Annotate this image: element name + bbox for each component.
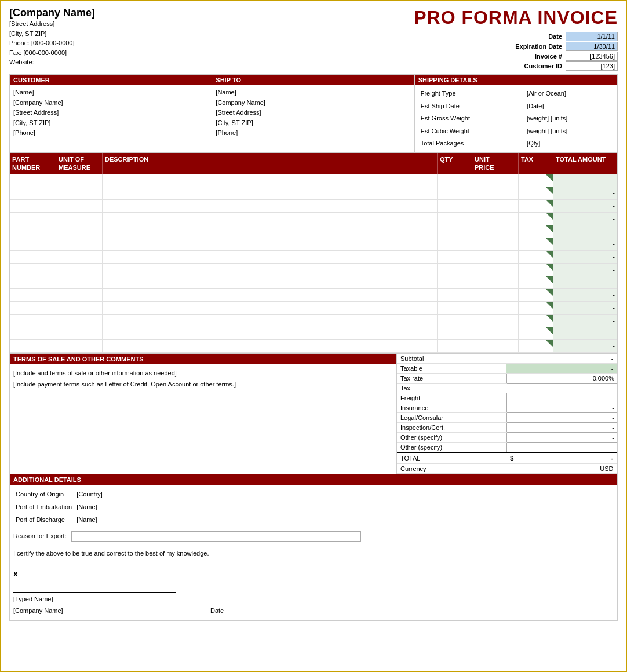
cell-total: -	[553, 264, 617, 276]
date-block: Date	[210, 593, 315, 617]
date-label: Date	[548, 33, 562, 40]
other1-row: Other (specify) -	[397, 432, 617, 442]
tax-triangle-icon	[546, 264, 553, 271]
est-ship-date-row: Est Ship Date [Date]	[418, 100, 614, 113]
totals-table: Subtotal - Taxable - Tax rate 0.000% Tax…	[397, 354, 617, 474]
cell-total: -	[553, 225, 617, 238]
tax-triangle-icon	[546, 340, 553, 347]
cell-part	[10, 251, 56, 263]
legal-consular-row: Legal/Consular -	[397, 412, 617, 422]
freight-type-label: Freight Type	[418, 87, 524, 100]
tax-triangle-icon	[546, 315, 553, 322]
cell-total: -	[553, 340, 617, 352]
cell-uom	[56, 238, 103, 250]
tax-triangle-icon	[546, 289, 553, 296]
cell-desc	[103, 174, 438, 187]
cell-price	[472, 315, 519, 327]
port-of-embarkation-label: Port of Embarkation	[13, 501, 74, 514]
ship-to-col: SHIP TO [Name] [Company Name] [Street Ad…	[212, 75, 414, 152]
cell-part	[10, 213, 56, 225]
customer-col: CUSTOMER [Name] [Company Name] [Street A…	[10, 75, 212, 152]
tax-row: Tax -	[397, 383, 617, 393]
cell-qty	[438, 213, 472, 225]
tax-triangle-icon	[546, 213, 553, 220]
est-cubic-weight-label: Est Cubic Weight	[418, 125, 524, 138]
est-ship-date-value: [Date]	[524, 100, 614, 113]
cell-desc	[103, 264, 438, 276]
cell-total: -	[553, 213, 617, 225]
cell-price	[472, 187, 519, 199]
phone: Phone: [000-000-0000]	[9, 38, 398, 48]
totals-col: Subtotal - Taxable - Tax rate 0.000% Tax…	[397, 354, 617, 474]
table-row: -	[10, 200, 617, 213]
col-qty: QTY	[438, 153, 472, 174]
fax: Fax: [000-000-0000]	[9, 48, 398, 58]
cell-uom	[56, 264, 103, 276]
port-of-embarkation-row: Port of Embarkation [Name]	[13, 501, 105, 514]
cell-qty	[438, 315, 472, 327]
invoice-header-right: PRO FORMA INVOICE Date 1/1/11 Expiration…	[398, 7, 618, 71]
company-name-sig: [Company Name]	[13, 605, 176, 617]
currency-label: Currency	[397, 464, 506, 474]
col-description: DESCRIPTION	[103, 153, 438, 174]
cell-price	[472, 302, 519, 314]
ship-street: [Street Address]	[216, 108, 410, 118]
insurance-label: Insurance	[397, 403, 506, 412]
total-packages-label: Total Packages	[418, 137, 524, 150]
cell-tax	[519, 327, 553, 339]
cell-desc	[103, 327, 438, 339]
total-value: -	[611, 455, 614, 462]
port-of-discharge-value: [Name]	[74, 514, 105, 527]
table-row: -	[10, 213, 617, 225]
customer-street: [Street Address]	[13, 108, 208, 118]
terms-line2: [Include payment terms such as Letter of…	[13, 379, 393, 390]
reason-for-export-input[interactable]	[71, 531, 361, 542]
cell-desc	[103, 225, 438, 238]
items-header: PARTNUMBER UNIT OFMEASURE DESCRIPTION QT…	[10, 153, 617, 174]
table-row: -	[10, 340, 617, 353]
cell-uom	[56, 315, 103, 327]
items-section: PARTNUMBER UNIT OFMEASURE DESCRIPTION QT…	[9, 153, 618, 353]
freight-label: Freight	[397, 393, 506, 403]
cell-qty	[438, 251, 472, 263]
customer-body: [Name] [Company Name] [Street Address] […	[10, 85, 212, 141]
cell-uom	[56, 213, 103, 225]
col-total-amount: TOTAL AMOUNT	[553, 153, 617, 174]
website: Website:	[9, 57, 398, 67]
country-of-origin-row: Country of Origin [Country]	[13, 488, 105, 501]
customer-header: CUSTOMER	[10, 75, 212, 85]
cell-desc	[103, 315, 438, 327]
ship-to-body: [Name] [Company Name] [Street Address] […	[212, 85, 414, 141]
tax-triangle-icon	[546, 302, 553, 309]
cell-tax	[519, 174, 553, 187]
cell-desc	[103, 200, 438, 212]
cell-qty	[438, 238, 472, 250]
total-packages-value: [Qty]	[524, 137, 614, 150]
cell-uom	[56, 276, 103, 288]
date-row: Date 1/1/11	[548, 32, 618, 41]
customer-city: [City, ST ZIP]	[13, 118, 208, 129]
cell-price	[472, 276, 519, 288]
cell-price	[472, 174, 519, 187]
customer-id-value: [123]	[566, 61, 618, 71]
cell-part	[10, 264, 56, 276]
table-row: -	[10, 238, 617, 251]
legal-consular-value: -	[506, 412, 617, 422]
cell-qty	[438, 302, 472, 314]
total-packages-row: Total Packages [Qty]	[418, 137, 614, 150]
legal-consular-label: Legal/Consular	[397, 412, 506, 422]
cell-desc	[103, 251, 438, 263]
typed-name: [Typed Name]	[13, 594, 176, 605]
cell-tax	[519, 289, 553, 301]
cell-total: -	[553, 289, 617, 301]
ship-company: [Company Name]	[216, 98, 410, 108]
taxable-label: Taxable	[397, 363, 506, 373]
cell-tax	[519, 340, 553, 352]
cell-total: -	[553, 174, 617, 187]
cell-part	[10, 187, 56, 199]
sig-block: x [Typed Name] [Company Name]	[13, 567, 176, 617]
col-tax: TAX	[519, 153, 553, 174]
ship-to-header: SHIP TO	[212, 75, 414, 85]
cell-qty	[438, 264, 472, 276]
cell-tax	[519, 225, 553, 238]
